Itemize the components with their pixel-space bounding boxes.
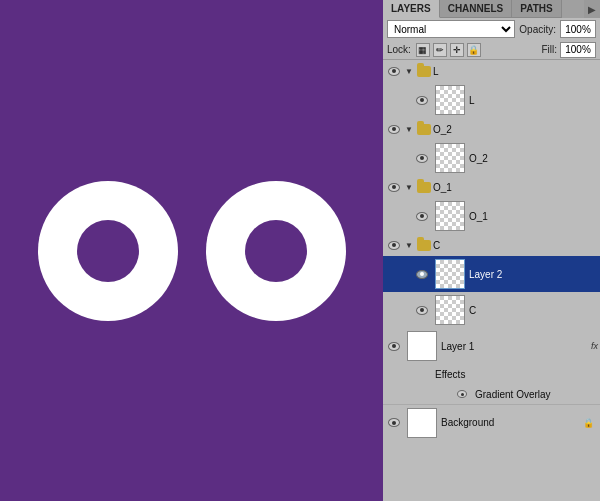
layers-panel: LAYERS CHANNELS PATHS ▶ Normal Dissolve … — [383, 0, 600, 501]
group-O2-icon — [415, 118, 433, 140]
layer-2-thumb — [435, 259, 465, 289]
lock-label: Lock: — [387, 44, 411, 55]
group-O2-visibility[interactable] — [385, 118, 403, 140]
layer-1-name: Layer 1 — [441, 341, 589, 352]
right-eye — [206, 181, 346, 321]
layer-O2-item[interactable]: O_2 — [383, 140, 600, 176]
group-L-expand[interactable]: ▼ — [403, 60, 415, 82]
group-L-icon — [415, 60, 433, 82]
tab-channels[interactable]: CHANNELS — [440, 0, 513, 18]
opacity-input[interactable] — [560, 20, 596, 38]
group-O2-name: O_2 — [433, 124, 598, 135]
lock-fill-row: Lock: ▦ ✏ ✛ 🔒 Fill: — [383, 40, 600, 60]
layers-list: ▼ L L ▼ O_2 — [383, 60, 600, 501]
layer-C-item[interactable]: C — [383, 292, 600, 328]
lock-all-icon[interactable]: 🔒 — [467, 43, 481, 57]
blend-mode-select[interactable]: Normal Dissolve Multiply Screen — [387, 20, 515, 38]
group-C-header[interactable]: ▼ C — [383, 234, 600, 256]
layer-L-item[interactable]: L — [383, 82, 600, 118]
lock-image-icon[interactable]: ✏ — [433, 43, 447, 57]
layer-1-visibility[interactable] — [385, 335, 403, 357]
group-O1-icon — [415, 176, 433, 198]
right-eye-pupil — [245, 220, 307, 282]
layer-C-visibility[interactable] — [413, 299, 431, 321]
layer-L-thumb — [435, 85, 465, 115]
group-L-visibility[interactable] — [385, 60, 403, 82]
group-C-name: C — [433, 240, 598, 251]
layer-O1-name: O_1 — [469, 211, 598, 222]
effects-row: Effects — [383, 364, 600, 384]
layer-2-visibility[interactable] — [413, 263, 431, 285]
background-layer-item[interactable]: Background 🔒 — [383, 404, 600, 440]
panel-menu-button[interactable]: ▶ — [584, 0, 600, 18]
layer-O2-thumb — [435, 143, 465, 173]
group-O1-header[interactable]: ▼ O_1 — [383, 176, 600, 198]
fill-input[interactable] — [560, 42, 596, 58]
canvas — [0, 0, 383, 501]
tab-layers[interactable]: LAYERS — [383, 0, 440, 18]
gradient-overlay-name: Gradient Overlay — [475, 389, 551, 400]
layer-O1-visibility[interactable] — [413, 205, 431, 227]
group-C-expand[interactable]: ▼ — [403, 234, 415, 256]
layer-C-thumb — [435, 295, 465, 325]
layer-2-name: Layer 2 — [469, 269, 598, 280]
group-C-icon — [415, 234, 433, 256]
layer-L-visibility[interactable] — [413, 89, 431, 111]
lock-position-icon[interactable]: ✛ — [450, 43, 464, 57]
background-lock-icon: 🔒 — [583, 418, 594, 428]
panel-tabs: LAYERS CHANNELS PATHS ▶ — [383, 0, 600, 18]
group-O1-visibility[interactable] — [385, 176, 403, 198]
gradient-overlay-visibility[interactable] — [453, 390, 471, 398]
layer-2-item[interactable]: Layer 2 — [383, 256, 600, 292]
group-O1-expand[interactable]: ▼ — [403, 176, 415, 198]
layer-O1-thumb — [435, 201, 465, 231]
layer-1-item[interactable]: Layer 1 fx — [383, 328, 600, 364]
group-C-visibility[interactable] — [385, 234, 403, 256]
background-visibility[interactable] — [385, 412, 403, 434]
gradient-overlay-item[interactable]: Gradient Overlay — [383, 384, 600, 404]
group-O1-name: O_1 — [433, 182, 598, 193]
layer-O2-visibility[interactable] — [413, 147, 431, 169]
background-name: Background — [441, 417, 583, 428]
group-L-name: L — [433, 66, 598, 77]
group-L-header[interactable]: ▼ L — [383, 60, 600, 82]
lock-transparency-icon[interactable]: ▦ — [416, 43, 430, 57]
fill-label: Fill: — [541, 44, 557, 55]
layer-1-thumb — [407, 331, 437, 361]
effects-label: Effects — [435, 369, 465, 380]
layer-1-fx-badge: fx — [591, 341, 598, 351]
layer-L-name: L — [469, 95, 598, 106]
group-O2-expand[interactable]: ▼ — [403, 118, 415, 140]
left-eye — [38, 181, 178, 321]
left-eye-pupil — [77, 220, 139, 282]
opacity-label: Opacity: — [519, 24, 556, 35]
blend-opacity-row: Normal Dissolve Multiply Screen Opacity: — [383, 18, 600, 40]
group-O2-header[interactable]: ▼ O_2 — [383, 118, 600, 140]
background-thumb — [407, 408, 437, 438]
layer-O2-name: O_2 — [469, 153, 598, 164]
tab-paths[interactable]: PATHS — [512, 0, 561, 18]
eyes-artwork — [38, 181, 346, 321]
layer-C-name: C — [469, 305, 598, 316]
layer-O1-item[interactable]: O_1 — [383, 198, 600, 234]
